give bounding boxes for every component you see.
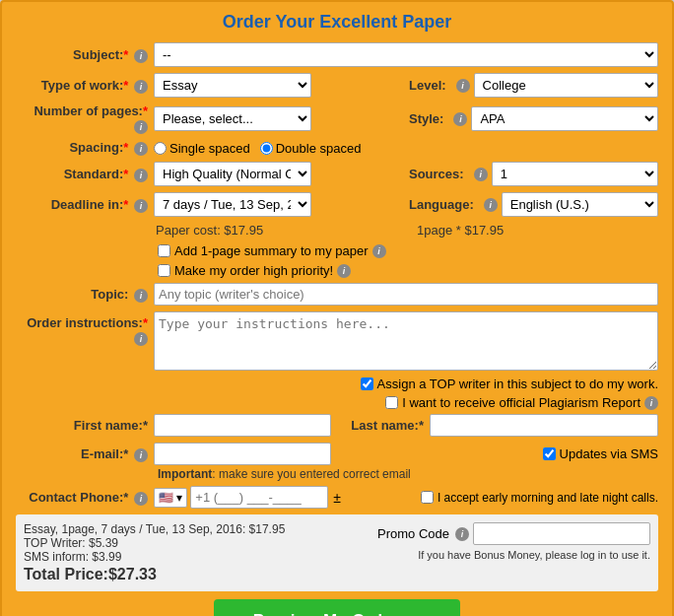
high-priority-label[interactable]: Make my order high priority! xyxy=(158,263,333,278)
assign-top-writer-label[interactable]: Assign a TOP writer in this subject to d… xyxy=(361,376,658,391)
single-spaced-radio[interactable] xyxy=(154,142,167,155)
topic-input[interactable] xyxy=(154,283,658,306)
spacing-label: Spacing:* i xyxy=(16,140,154,156)
style-select[interactable]: APA xyxy=(471,106,658,131)
page-title: Order Your Excellent Paper xyxy=(16,12,658,33)
type-level-fields: Essay Level: i College xyxy=(154,73,658,98)
promo-info-icon[interactable]: i xyxy=(455,527,469,541)
email-label: E-mail:* i xyxy=(16,446,154,462)
summary-promo-row: Essay, 1page, 7 days / Tue, 13 Sep, 2016… xyxy=(16,514,658,591)
high-priority-checkbox[interactable] xyxy=(158,264,170,277)
add-summary-info-icon[interactable]: i xyxy=(372,244,386,258)
bonus-note: If you have Bonus Money, please log in t… xyxy=(418,549,650,561)
add-summary-label[interactable]: Add 1-page summary to my paper xyxy=(158,243,369,258)
country-flag-select[interactable]: 🇺🇸 ▾ xyxy=(154,488,187,508)
pages-info-icon[interactable]: i xyxy=(134,120,148,134)
email-input[interactable] xyxy=(154,443,331,465)
topic-row: Topic: i xyxy=(16,283,658,306)
sms-label: Updates via SMS xyxy=(560,446,658,461)
add-summary-row: Add 1-page summary to my paper i xyxy=(16,243,658,258)
level-label: Level: xyxy=(409,78,446,93)
instructions-info-icon[interactable]: i xyxy=(134,332,148,346)
high-priority-info-icon[interactable]: i xyxy=(337,264,351,278)
level-info-icon[interactable]: i xyxy=(456,79,470,93)
language-label: Language: xyxy=(409,197,474,212)
type-of-work-label: Type of work:* i xyxy=(16,78,154,94)
double-spaced-radio[interactable] xyxy=(260,142,273,155)
subject-info-icon[interactable]: i xyxy=(134,49,148,63)
last-name-input[interactable] xyxy=(430,414,658,437)
promo-code-input[interactable] xyxy=(473,522,650,545)
sources-label: Sources: xyxy=(409,167,464,181)
preview-button[interactable]: Preview My Order → xyxy=(214,599,461,616)
assign-top-writer-row: Assign a TOP writer in this subject to d… xyxy=(16,376,658,391)
deadline-label: Deadline in:* i xyxy=(16,197,154,213)
topic-info-icon[interactable]: i xyxy=(134,289,148,303)
first-name-input[interactable] xyxy=(154,414,331,437)
subject-field: -- xyxy=(154,42,658,67)
important-note: Important: make sure you entered correct… xyxy=(16,467,658,481)
plagiarism-checkbox[interactable] xyxy=(385,396,398,409)
phone-plus-icon[interactable]: ± xyxy=(331,490,343,506)
order-summary: Essay, 1page, 7 days / Tue, 13 Sep, 2016… xyxy=(24,522,332,583)
summary-essay: Essay, 1page, 7 days / Tue, 13 Sep, 2016… xyxy=(24,522,332,536)
sms-checkbox[interactable] xyxy=(543,447,556,460)
early-morning-group: I accept early morning and late night ca… xyxy=(421,491,658,505)
style-label: Style: xyxy=(409,111,443,126)
high-priority-row: Make my order high priority! i xyxy=(16,263,658,278)
spacing-row: Spacing:* i Single spaced Double spaced xyxy=(16,140,658,156)
instructions-label: Order instructions:* i xyxy=(16,311,154,346)
first-name-label: First name:* xyxy=(16,418,154,433)
type-of-work-select[interactable]: Essay xyxy=(154,73,311,98)
plagiarism-info-icon[interactable]: i xyxy=(644,396,658,410)
early-morning-checkbox[interactable] xyxy=(421,491,434,504)
type-info-icon[interactable]: i xyxy=(134,80,148,94)
plagiarism-row: I want to receive official Plagiarism Re… xyxy=(16,395,658,410)
cost-per-page: 1page * $17.95 xyxy=(417,223,504,238)
pages-label: Number of pages:* i xyxy=(16,103,154,134)
add-summary-checkbox[interactable] xyxy=(158,244,170,257)
phone-info-icon[interactable]: i xyxy=(134,492,148,506)
spacing-info-icon[interactable]: i xyxy=(134,142,148,156)
sources-select[interactable]: 1 xyxy=(492,162,658,186)
last-name-label: Last name:* xyxy=(331,418,430,433)
email-row: E-mail:* i Updates via SMS xyxy=(16,443,658,465)
standard-info-icon[interactable]: i xyxy=(134,169,148,182)
standard-sources-fields: High Quality (Normal Ch... Sources: i 1 xyxy=(154,162,658,186)
phone-row: Contact Phone:* i 🇺🇸 ▾ ± I accept early … xyxy=(16,486,658,509)
deadline-language-fields: 7 days / Tue, 13 Sep, 201... Language: i… xyxy=(154,192,658,217)
level-select[interactable]: College xyxy=(474,73,658,98)
summary-sms: SMS inform: $3.99 xyxy=(24,550,332,564)
instructions-row: Order instructions:* i xyxy=(16,311,658,371)
instructions-textarea[interactable] xyxy=(154,311,658,371)
pages-style-row: Number of pages:* i Please, select... St… xyxy=(16,103,658,134)
deadline-info-icon[interactable]: i xyxy=(134,199,148,213)
name-row: First name:* Last name:* xyxy=(16,414,658,437)
deadline-select[interactable]: 7 days / Tue, 13 Sep, 201... xyxy=(154,192,311,217)
pages-select[interactable]: Please, select... xyxy=(154,106,311,131)
subject-select[interactable]: -- xyxy=(154,42,658,67)
standard-select[interactable]: High Quality (Normal Ch... xyxy=(154,162,311,186)
deadline-language-row: Deadline in:* i 7 days / Tue, 13 Sep, 20… xyxy=(16,192,658,217)
double-spaced-label[interactable]: Double spaced xyxy=(260,141,362,156)
style-info-icon[interactable]: i xyxy=(453,112,467,126)
topic-label: Topic: i xyxy=(16,287,154,303)
cost-row: Paper cost: $17.95 1page * $17.95 xyxy=(16,223,658,238)
type-level-row: Type of work:* i Essay Level: i College xyxy=(16,73,658,98)
phone-label: Contact Phone:* i xyxy=(16,490,154,506)
sources-info-icon[interactable]: i xyxy=(474,168,488,181)
email-info-icon[interactable]: i xyxy=(134,448,148,462)
pages-style-fields: Please, select... Style: i APA xyxy=(154,106,658,131)
subject-label: Subject:* i xyxy=(16,47,154,63)
early-morning-label: I accept early morning and late night ca… xyxy=(438,491,658,505)
summary-top-writer: TOP Writer: $5.39 xyxy=(24,536,332,550)
plagiarism-label[interactable]: I want to receive official Plagiarism Re… xyxy=(385,395,640,410)
assign-top-writer-checkbox[interactable] xyxy=(361,377,373,390)
single-spaced-label[interactable]: Single spaced xyxy=(154,141,250,156)
language-info-icon[interactable]: i xyxy=(484,198,498,212)
spacing-field: Single spaced Double spaced xyxy=(154,141,658,156)
promo-section: Promo Code i If you have Bonus Money, pl… xyxy=(342,522,650,561)
phone-input[interactable] xyxy=(190,486,328,509)
total-price: Total Price:$27.33 xyxy=(24,566,332,583)
language-select[interactable]: English (U.S.) xyxy=(502,192,658,217)
